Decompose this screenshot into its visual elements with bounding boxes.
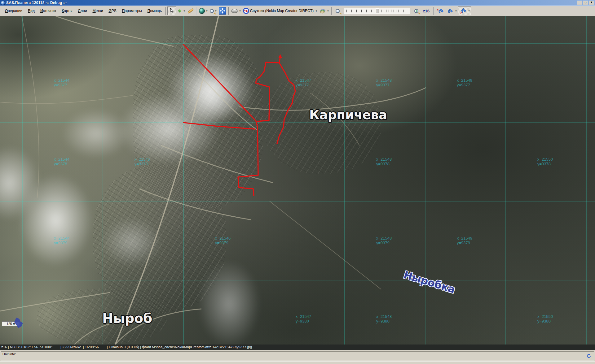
zoom-in-button[interactable]: [412, 6, 421, 15]
magnifier-icon: [210, 9, 214, 13]
layers-dropdown[interactable]: ▼: [318, 6, 330, 15]
gps-track-button[interactable]: [435, 6, 445, 15]
village-texture: [37, 288, 167, 344]
title-bar: SAS.Планета 120118 -= Debug =- _ ❐ X: [0, 0, 595, 6]
cloud: [62, 109, 130, 158]
village-texture: [263, 72, 381, 174]
toolbar-separator: [433, 7, 434, 15]
gps-follow-button[interactable]: ▼: [458, 6, 471, 15]
menu-view[interactable]: Вид: [25, 8, 37, 14]
toolbar-separator: [331, 7, 332, 15]
cursor-tool-button[interactable]: [167, 6, 176, 15]
gps-follow-icon: [459, 7, 467, 15]
chevron-down-icon[interactable]: ▼: [215, 10, 217, 12]
menu-help[interactable]: Помощь: [145, 8, 164, 14]
chevron-down-icon[interactable]: ▼: [468, 10, 470, 12]
status-download-file: | Скачано 0 (0.0 Кб) | файл M:\sas_cache…: [107, 344, 252, 350]
chevron-down-icon[interactable]: ▼: [206, 10, 208, 12]
fullscreen-button[interactable]: [218, 6, 227, 15]
refresh-icon[interactable]: [586, 353, 591, 358]
measure-distance-button[interactable]: [186, 6, 195, 15]
minimize-button[interactable]: _: [577, 1, 582, 5]
toolbar-separator: [196, 7, 197, 15]
unit-info-box: Unit info:: [1, 351, 594, 361]
menu-layers[interactable]: Слои: [75, 8, 89, 14]
menu-maps[interactable]: Карты: [59, 8, 75, 14]
status-coordinates: z16 | N60.750182° E56.731000°: [1, 344, 52, 350]
menu-operations[interactable]: Операции: [2, 8, 25, 14]
chevron-down-icon[interactable]: ▼: [327, 10, 329, 12]
cloud: [186, 75, 236, 124]
zoom-out-icon: [336, 9, 340, 13]
cache-mode-button[interactable]: ▼: [230, 6, 242, 15]
select-region-button[interactable]: ▼: [176, 6, 186, 15]
cloud: [198, 261, 260, 344]
chevron-down-icon[interactable]: ▼: [455, 10, 457, 12]
globe-icon: [199, 8, 205, 14]
zoom-in-icon: [414, 9, 418, 13]
layers-icon: [319, 8, 326, 14]
window-title: SAS.Планета 120118 -= Debug =-: [6, 1, 67, 5]
map-source-dropdown[interactable]: VE Спутник (Nokia Map Creator DIRECT) ▼: [242, 6, 318, 15]
gps-satellite-icon: [446, 7, 454, 15]
map-viewport[interactable]: [0, 16, 595, 344]
toolbar: Операции Вид Источник Карты Слои Метки G…: [0, 6, 595, 16]
cloud: [102, 217, 161, 267]
unit-info-panel: Unit info:: [0, 350, 595, 362]
chevron-down-icon[interactable]: ▼: [183, 10, 185, 12]
toolbar-separator: [165, 7, 166, 15]
menu-marks[interactable]: Метки: [90, 8, 106, 14]
menu-bar: Операции Вид Источник Карты Слои Метки G…: [0, 8, 164, 14]
zoom-slider-thumb[interactable]: [376, 8, 379, 13]
gps-signal-icon: [436, 7, 444, 15]
menu-gps[interactable]: GPS: [106, 8, 119, 14]
status-bar: z16 | N60.750182° E56.731000° | 2.33 м/п…: [0, 344, 595, 350]
menu-parameters[interactable]: Параметры: [120, 8, 144, 14]
go-to-button[interactable]: ▼: [198, 6, 209, 15]
map-source-label: Спутник (Nokia Map Creator DIRECT): [250, 9, 314, 13]
status-scale-time: | 2.33 м/пикс. | 16:09:56: [60, 344, 99, 350]
menu-source[interactable]: Источник: [38, 8, 59, 14]
application-window: SAS.Планета 120118 -= Debug =- _ ❐ X Опе…: [0, 0, 595, 364]
restore-button[interactable]: ❐: [583, 1, 588, 5]
fullscreen-icon: [219, 7, 226, 15]
bottom-strip: [0, 362, 595, 364]
zoom-out-button[interactable]: [333, 6, 342, 15]
close-button[interactable]: X: [589, 1, 594, 5]
unit-info-label: Unit info:: [2, 352, 16, 356]
toolbar-separator: [228, 7, 229, 15]
zoom-level-label: z16: [423, 9, 430, 13]
select-region-icon: [177, 9, 182, 13]
app-icon: [1, 1, 5, 5]
ruler-icon: [187, 8, 194, 14]
chevron-down-icon[interactable]: ▼: [239, 10, 241, 12]
cache-disk-icon: [231, 9, 238, 13]
zoom-slider[interactable]: [344, 8, 410, 14]
map-source-icon: VE: [243, 8, 249, 14]
cursor-icon: [169, 8, 174, 14]
gps-connect-button[interactable]: ▼: [445, 6, 458, 15]
chevron-down-icon[interactable]: ▼: [315, 10, 317, 12]
search-button[interactable]: ▼: [209, 6, 218, 15]
